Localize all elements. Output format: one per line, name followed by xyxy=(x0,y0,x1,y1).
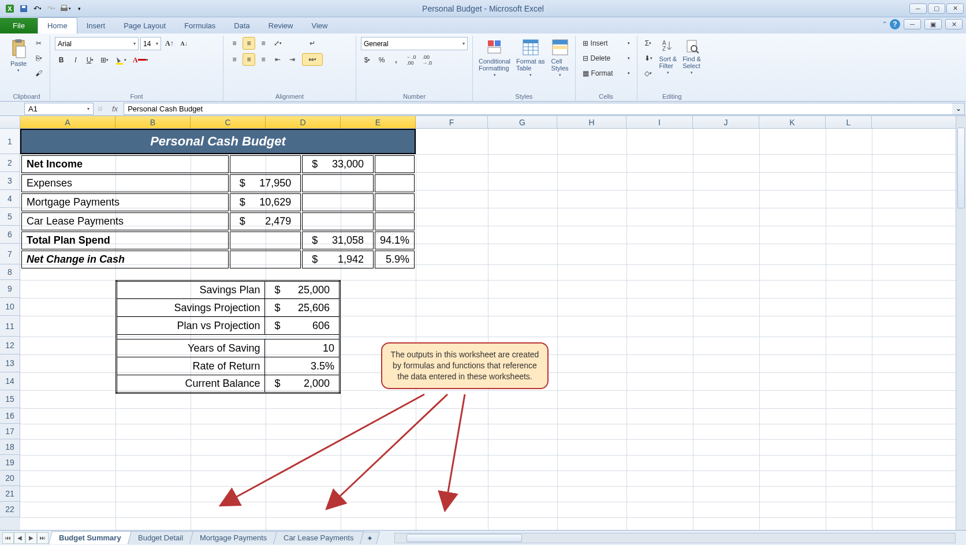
decrease-decimal-icon[interactable]: .00→.0 xyxy=(420,54,435,66)
print-icon[interactable]: ▾ xyxy=(59,2,72,15)
borders-icon[interactable]: ⊞▾ xyxy=(98,54,111,66)
percent-format-icon[interactable]: % xyxy=(375,54,388,66)
shrink-font-icon[interactable]: A↓ xyxy=(178,38,191,50)
col-header-H[interactable]: H xyxy=(557,116,626,128)
row-header-3[interactable]: 3 xyxy=(0,172,20,190)
tab-home[interactable]: Home xyxy=(38,17,77,33)
increase-decimal-icon[interactable]: ←.0.00 xyxy=(404,54,419,66)
row-header-6[interactable]: 6 xyxy=(0,226,20,244)
orientation-icon[interactable]: ⤢▾ xyxy=(271,37,284,50)
col-header-E[interactable]: E xyxy=(341,116,416,128)
row-header-22[interactable]: 22 xyxy=(0,502,20,517)
underline-button[interactable]: U▾ xyxy=(84,54,96,66)
col-header-K[interactable]: K xyxy=(759,116,826,128)
col-header-F[interactable]: F xyxy=(416,116,488,128)
row-header-1[interactable]: 1 xyxy=(0,129,20,154)
italic-button[interactable]: I xyxy=(69,54,82,66)
number-format-combo[interactable]: General▾ xyxy=(361,37,468,50)
tab-formulas[interactable]: Formulas xyxy=(175,18,225,33)
tab-nav-next-icon[interactable]: ▶ xyxy=(25,532,37,544)
workbook-minimize-button[interactable]: ─ xyxy=(904,19,921,29)
format-painter-icon[interactable]: 🖌 xyxy=(32,67,45,80)
sheet-tab-budget-detail[interactable]: Budget Detail xyxy=(128,531,193,544)
row-header-15[interactable]: 15 xyxy=(0,390,20,408)
col-header-I[interactable]: I xyxy=(626,116,693,128)
qat-customize-icon[interactable]: ▾ xyxy=(73,2,85,15)
cut-icon[interactable]: ✂ xyxy=(32,37,45,50)
sheet-tab-car-lease-payments[interactable]: Car Lease Payments xyxy=(273,531,364,544)
row-header-16[interactable]: 16 xyxy=(0,408,20,424)
merge-center-icon[interactable]: ⇔▾ xyxy=(302,53,323,66)
row-header-4[interactable]: 4 xyxy=(0,190,20,208)
row-header-9[interactable]: 9 xyxy=(0,280,20,298)
font-color-icon[interactable]: A▾ xyxy=(130,54,151,66)
row-header-11[interactable]: 11 xyxy=(0,316,20,337)
format-as-table-button[interactable]: Format as Table▾ xyxy=(515,37,546,79)
row-header-14[interactable]: 14 xyxy=(0,372,20,390)
format-cells-button[interactable]: ▦Format▾ xyxy=(580,67,632,80)
cell-styles-button[interactable]: Cell Styles▾ xyxy=(550,37,570,79)
autosum-icon[interactable]: Σ▾ xyxy=(642,37,655,50)
decrease-indent-icon[interactable]: ⇤ xyxy=(271,53,284,66)
excel-icon[interactable]: X xyxy=(3,2,16,15)
cell-r3-a[interactable]: Expenses xyxy=(21,174,229,192)
cell-title[interactable]: Personal Cash Budget xyxy=(20,129,416,154)
vertical-scrollbar[interactable] xyxy=(956,116,966,530)
cells-grid[interactable]: Personal Cash Budget Net Income$33,000 E… xyxy=(20,129,966,530)
tab-nav-prev-icon[interactable]: ◀ xyxy=(14,532,25,544)
help-icon[interactable]: ? xyxy=(890,19,900,29)
fill-icon[interactable]: ⬇▾ xyxy=(642,52,655,65)
tab-view[interactable]: View xyxy=(302,18,337,33)
paste-button[interactable]: Paste ▾ xyxy=(8,37,29,74)
close-button[interactable]: ✕ xyxy=(946,3,964,14)
cell-r7-a[interactable]: Net Change in Cash xyxy=(21,251,229,268)
row-header-5[interactable]: 5 xyxy=(0,208,20,226)
minimize-ribbon-icon[interactable]: ⌃ xyxy=(882,20,887,28)
workbook-close-button[interactable]: ✕ xyxy=(945,19,963,29)
row-header-12[interactable]: 12 xyxy=(0,337,20,354)
row-header-21[interactable]: 21 xyxy=(0,486,20,502)
accounting-format-icon[interactable]: $▾ xyxy=(361,54,374,66)
sheet-tab-budget-summary[interactable]: Budget Summary xyxy=(49,531,132,544)
row-header-2[interactable]: 2 xyxy=(0,154,20,172)
select-all-corner[interactable] xyxy=(0,116,20,128)
redo-icon[interactable]: ↷▾ xyxy=(45,2,58,15)
font-size-combo[interactable]: 14▾ xyxy=(140,37,161,50)
expand-formula-bar-icon[interactable]: ⌄ xyxy=(952,103,965,115)
tab-data[interactable]: Data xyxy=(225,18,259,33)
row-header-10[interactable]: 10 xyxy=(0,298,20,316)
conditional-formatting-button[interactable]: Conditional Formatting▾ xyxy=(478,37,512,79)
horizontal-scrollbar[interactable] xyxy=(394,533,956,543)
cell-r6-a[interactable]: Total Plan Spend xyxy=(21,232,229,249)
align-top-icon[interactable]: ≡ xyxy=(228,37,241,50)
wrap-text-icon[interactable]: ↵ xyxy=(302,37,323,50)
tab-nav-first-icon[interactable]: ⏮ xyxy=(2,532,14,544)
tab-insert[interactable]: Insert xyxy=(77,18,115,33)
tab-page-layout[interactable]: Page Layout xyxy=(114,18,175,33)
cell-r4-a[interactable]: Mortgage Payments xyxy=(21,193,229,211)
col-header-D[interactable]: D xyxy=(266,116,341,128)
copy-icon[interactable]: ⎘▾ xyxy=(32,52,45,65)
fx-icon[interactable]: fx xyxy=(106,104,124,113)
tab-nav-last-icon[interactable]: ⏭ xyxy=(37,532,49,544)
row-header-13[interactable]: 13 xyxy=(0,354,20,372)
name-box[interactable]: A1▾ xyxy=(24,103,94,115)
font-name-combo[interactable]: Arial▾ xyxy=(55,37,139,50)
maximize-button[interactable]: ▢ xyxy=(928,3,945,14)
col-header-B[interactable]: B xyxy=(115,116,191,128)
row-header-19[interactable]: 19 xyxy=(0,455,20,471)
insert-cells-button[interactable]: ⊞Insert▾ xyxy=(580,37,632,50)
new-sheet-icon[interactable]: ✦ xyxy=(360,532,381,544)
formula-input[interactable]: Personal Cash Budget xyxy=(124,103,952,115)
minimize-button[interactable]: ─ xyxy=(909,3,927,14)
delete-cells-button[interactable]: ⊟Delete▾ xyxy=(580,52,632,65)
clear-icon[interactable]: ◇▾ xyxy=(642,67,655,80)
cell-r2-a[interactable]: Net Income xyxy=(21,155,229,173)
row-header-20[interactable]: 20 xyxy=(0,471,20,486)
bold-button[interactable]: B xyxy=(55,54,68,66)
col-header-C[interactable]: C xyxy=(191,116,266,128)
col-header-G[interactable]: G xyxy=(488,116,557,128)
col-header-A[interactable]: A xyxy=(20,116,115,128)
sheet-tab-mortgage-payments[interactable]: Mortgage Payments xyxy=(189,531,278,544)
sort-filter-button[interactable]: AZ Sort & Filter▾ xyxy=(658,37,678,76)
